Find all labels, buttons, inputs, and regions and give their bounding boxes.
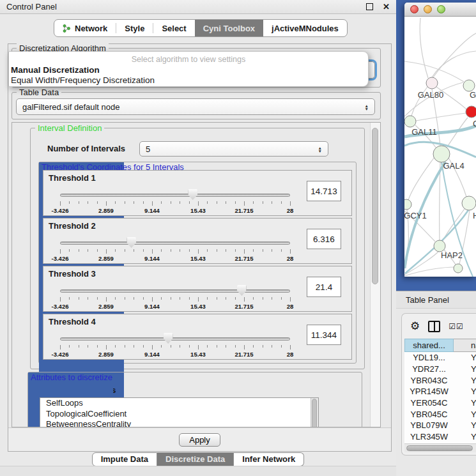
column-header-shared-name[interactable]: shared... bbox=[404, 339, 454, 352]
number-of-intervals-spinner[interactable]: 5 ▲▼ bbox=[139, 141, 328, 157]
list-scrollbar[interactable] bbox=[311, 398, 318, 427]
slider-track bbox=[60, 242, 290, 245]
slider-tick-labels: -3.4262.8599.14415.4321.71528 bbox=[60, 255, 290, 263]
threshold-slider-2[interactable]: -3.4262.8599.14415.4321.71528 bbox=[60, 234, 290, 262]
slider-thumb[interactable] bbox=[127, 237, 136, 248]
close-traffic-light[interactable] bbox=[410, 5, 418, 13]
table-row[interactable]: YBR045CYBR0 bbox=[404, 408, 476, 420]
threshold-value-field-2[interactable]: 6.316 bbox=[307, 229, 341, 249]
close-icon[interactable]: ✕ bbox=[383, 2, 390, 12]
table-row[interactable]: YLR345WYLR3 bbox=[404, 431, 476, 443]
table-toolbar: ⚙ ☑☑ bbox=[402, 314, 476, 339]
panel-scrollbar[interactable] bbox=[370, 123, 380, 427]
node-label: GAL11 bbox=[411, 127, 437, 137]
tab-network[interactable]: Network bbox=[54, 20, 116, 36]
tab-style-label: Style bbox=[125, 24, 144, 33]
threshold-slider-4[interactable]: -3.4262.8599.14415.4321.71528 bbox=[60, 330, 290, 358]
table-row[interactable]: YDR27...YDR2 bbox=[404, 364, 476, 375]
threshold-slider-1[interactable]: -3.4262.8599.14415.4321.71528 bbox=[60, 186, 290, 214]
table-panel-title: Table Panel bbox=[406, 295, 449, 305]
table-row[interactable]: YDL19...YDL1 bbox=[404, 352, 476, 364]
thresholds-group: Threshold's Coordinates for 5 Intervals … bbox=[38, 162, 357, 364]
bottom-strip bbox=[0, 466, 396, 476]
dropdown-item-manual[interactable]: Manual Discretization bbox=[11, 65, 368, 75]
tab-cyni-toolbox[interactable]: Cyni Toolbox bbox=[195, 20, 263, 36]
slider-thumb[interactable] bbox=[237, 285, 247, 296]
table-data-combobox[interactable]: galFiltered.sif default node ▲▼ bbox=[16, 98, 375, 115]
panel-title: Control Panel bbox=[6, 2, 57, 12]
table-row[interactable]: YER054CYER0 bbox=[404, 397, 476, 409]
slider-thumb[interactable] bbox=[164, 333, 173, 344]
table-row[interactable]: YBL079WYBL0 bbox=[404, 420, 476, 431]
panel-scrollbar-thumb[interactable] bbox=[372, 128, 378, 284]
threshold-panel-1: Threshold 1 -3.4262.8599.14415.4321.7152… bbox=[43, 170, 352, 216]
screen: Control Panel ✕ Network Style Select Cyn… bbox=[0, 0, 476, 476]
zoom-traffic-light[interactable] bbox=[437, 5, 445, 13]
slider-tick-labels: -3.4262.8599.14415.4321.71528 bbox=[60, 351, 290, 358]
node-gcy1[interactable] bbox=[404, 199, 411, 210]
threshold-label: Threshold 3 bbox=[49, 269, 346, 279]
threshold-value-field-4[interactable]: 11.344 bbox=[307, 325, 341, 345]
slider-ticks bbox=[60, 297, 290, 302]
slider-ticks bbox=[60, 345, 290, 350]
interval-definition-group: Interval Definition Number of Intervals … bbox=[30, 128, 365, 369]
slider-track bbox=[60, 194, 290, 197]
attributes-group: Attributes to discretize Numerical Attri… bbox=[27, 372, 362, 427]
node-label: HAP2 bbox=[441, 250, 463, 260]
gear-icon[interactable]: ⚙ bbox=[410, 319, 420, 333]
threshold-value-field-1[interactable]: 14.713 bbox=[307, 181, 341, 201]
table-row[interactable]: YBR043CYBR0 bbox=[404, 374, 476, 386]
node-h[interactable] bbox=[462, 196, 476, 210]
node-label: H bbox=[473, 211, 476, 220]
mac-titlebar bbox=[404, 3, 476, 17]
slider-tick-labels: -3.4262.8599.14415.4321.71528 bbox=[60, 207, 290, 215]
table-row[interactable]: YPR145WYPR1 bbox=[404, 386, 476, 397]
slider-track bbox=[60, 289, 290, 293]
node-gal80[interactable] bbox=[426, 77, 438, 89]
threshold-panel-4: Threshold 4 -3.4262.8599.14415.4321.7152… bbox=[43, 314, 352, 360]
cyni-bottom-tabs: Impute Data Discretize Data Infer Networ… bbox=[0, 452, 396, 466]
dropdown-hint: Select algorithm to view settings bbox=[9, 55, 368, 64]
float-window-icon[interactable] bbox=[366, 3, 373, 10]
table-hscrollbar-thumb[interactable] bbox=[406, 445, 473, 451]
tab-style[interactable]: Style bbox=[116, 20, 153, 36]
node-label: GA bbox=[470, 90, 476, 100]
threshold-value-field-3[interactable]: 21.4 bbox=[307, 277, 341, 297]
select-columns-icon[interactable]: ☑☑ bbox=[449, 322, 464, 331]
list-item[interactable]: SelfLoops bbox=[40, 398, 318, 409]
minimize-traffic-light[interactable] bbox=[424, 5, 432, 13]
node-label: GAL80 bbox=[418, 90, 443, 100]
list-scrollbar-thumb[interactable] bbox=[312, 399, 317, 427]
table-horizontal-scrollbar[interactable] bbox=[404, 443, 476, 452]
node-bottom[interactable] bbox=[454, 264, 463, 273]
slider-ticks bbox=[60, 249, 290, 254]
node-gal11[interactable] bbox=[404, 116, 416, 127]
columns-icon[interactable] bbox=[428, 321, 440, 332]
threshold-label: Threshold 1 bbox=[49, 173, 346, 183]
tab-jactivemnodules[interactable]: jActiveMNodules bbox=[263, 20, 347, 36]
numerical-attributes-list[interactable]: SelfLoops TopologicalCoefficient Between… bbox=[40, 397, 319, 427]
table-data-group: Table Data galFiltered.sif default node … bbox=[12, 92, 381, 119]
slider-ticks bbox=[60, 201, 290, 206]
tab-cyni-label: Cyni Toolbox bbox=[203, 24, 255, 33]
threshold-panel-2: Threshold 2 -3.4262.8599.14415.4321.7152… bbox=[43, 218, 352, 264]
table-data-value: galFiltered.sif default node bbox=[17, 102, 119, 112]
tab-impute-data[interactable]: Impute Data bbox=[92, 452, 157, 466]
column-header-name[interactable]: na bbox=[454, 339, 476, 352]
node-gal4[interactable] bbox=[433, 146, 450, 162]
node-red-selected[interactable] bbox=[466, 106, 476, 118]
settings-scrollpane: Interval Definition Number of Intervals … bbox=[12, 122, 381, 427]
apply-button[interactable]: Apply bbox=[179, 433, 220, 447]
slider-thumb[interactable] bbox=[188, 189, 197, 200]
node-label: GCY1 bbox=[404, 211, 427, 220]
dropdown-item-equal-width[interactable]: Equal Width/Frequency Discretization bbox=[11, 75, 368, 85]
list-item[interactable]: TopologicalCoefficient bbox=[40, 409, 318, 420]
threshold-panel-3: Threshold 3 -3.4262.8599.14415.4321.7152… bbox=[43, 266, 352, 312]
tab-select[interactable]: Select bbox=[153, 20, 194, 36]
tab-discretize-data[interactable]: Discretize Data bbox=[157, 452, 234, 466]
group-title: Interval Definition bbox=[35, 123, 104, 133]
tab-infer-network[interactable]: Infer Network bbox=[234, 452, 304, 466]
list-item[interactable]: BetweennessCentrality bbox=[40, 419, 318, 427]
threshold-slider-3[interactable]: -3.4262.8599.14415.4321.71528 bbox=[60, 282, 290, 310]
right-panel: GAL80 GA C GAL11 GAL4 GCY1 H HAP2 Table … bbox=[396, 0, 476, 476]
